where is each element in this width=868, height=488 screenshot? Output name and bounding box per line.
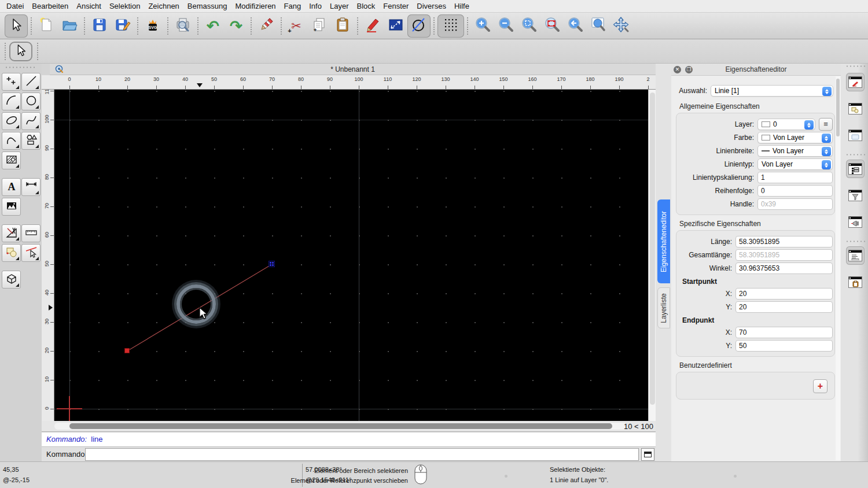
menu-item-info[interactable]: Info — [305, 0, 326, 13]
angle-input[interactable]: 30.96375653 — [735, 263, 833, 274]
hatch-tool-button[interactable] — [2, 151, 21, 169]
block-list-dock-button[interactable] — [846, 99, 865, 118]
start-y-input[interactable]: 20 — [735, 301, 833, 313]
drawing-canvas[interactable] — [54, 90, 648, 421]
shapes-icon — [25, 134, 38, 149]
zoom-window-button[interactable] — [587, 14, 610, 38]
zoom-previous-button[interactable] — [564, 14, 587, 38]
menu-item-block[interactable]: Block — [352, 0, 379, 13]
property-editor-dock-button[interactable] — [846, 160, 865, 178]
dock-handle[interactable] — [5, 66, 37, 68]
dimension-tool-button[interactable] — [21, 178, 41, 196]
restrict-off-button[interactable] — [407, 14, 431, 38]
circle-tool-button[interactable] — [21, 93, 41, 110]
command-dock-toggle-button[interactable] — [641, 448, 654, 461]
layer-menu-button[interactable]: ≡ — [819, 118, 833, 131]
zoom-in-button[interactable] — [471, 14, 494, 38]
linetype-row: Linientyp: Von Layer — [682, 158, 829, 171]
redo-button[interactable]: ↷ — [225, 14, 248, 38]
menu-item-hilfe[interactable]: Hilfe — [450, 0, 473, 13]
print-preview-button[interactable] — [171, 14, 194, 38]
linetypescale-input[interactable]: 1 — [757, 172, 833, 183]
open-file-button[interactable] — [58, 14, 81, 38]
menu-item-modifizieren[interactable]: Modifizieren — [231, 0, 280, 13]
modify-tool-button[interactable] — [21, 244, 41, 262]
undo-button[interactable]: ↶ — [201, 14, 225, 38]
menu-item-datei[interactable]: Datei — [2, 0, 28, 13]
linewidth-dropdown[interactable]: Von Layer — [757, 145, 833, 157]
menu-item-selektion[interactable]: Selektion — [105, 0, 144, 13]
pan-button[interactable] — [610, 14, 633, 38]
svg-export-button[interactable]: SVG — [141, 14, 164, 38]
zoom-auto-button[interactable] — [517, 14, 540, 38]
delete-eraser-button[interactable] — [255, 14, 278, 38]
block-tool-button[interactable] — [2, 244, 21, 262]
snap-grid-button[interactable] — [437, 14, 464, 38]
tab-eigenschafteneditor[interactable]: Eigenschafteneditor — [657, 199, 670, 283]
start-x-input[interactable]: 20 — [735, 288, 833, 300]
drawing-preferences-dock-button[interactable] — [846, 73, 865, 91]
color-dropdown[interactable]: Von Layer — [757, 132, 833, 143]
tab-layerliste[interactable]: Layerliste — [657, 287, 670, 328]
arc-tool-button[interactable] — [2, 93, 21, 110]
menu-item-fenster[interactable]: Fenster — [379, 0, 413, 13]
copy-button[interactable]: + — [308, 14, 331, 38]
library-browser-dock-button[interactable] — [846, 126, 865, 145]
end-point-handle[interactable] — [269, 261, 275, 267]
menu-item-ansicht[interactable]: Ansicht — [72, 0, 105, 13]
end-y-input[interactable]: 50 — [735, 340, 833, 352]
restrict-orthogonal-button[interactable] — [384, 14, 407, 38]
layer-dropdown[interactable]: 0 — [757, 119, 815, 130]
viewport-dock-button[interactable] — [846, 213, 865, 231]
polyline-tool-button[interactable] — [2, 132, 21, 150]
vertical-scrollbar-thumb[interactable] — [650, 93, 655, 405]
length-input[interactable]: 58.30951895 — [735, 236, 833, 247]
horizontal-scrollbar-thumb[interactable] — [69, 423, 612, 429]
add-custom-property-button[interactable]: + — [813, 379, 827, 393]
line-tool-button[interactable] — [21, 73, 41, 91]
selection-dropdown[interactable]: Linie [1] — [711, 85, 833, 97]
restrict-orthogonal-icon — [388, 17, 404, 35]
save-file-button[interactable] — [88, 14, 111, 38]
panel-scrollbar[interactable] — [836, 76, 840, 460]
image-tool-button[interactable] — [2, 198, 21, 216]
start-point-handle[interactable] — [124, 348, 130, 353]
line-entity[interactable] — [54, 90, 648, 421]
end-x-row: X: 70 — [682, 326, 829, 339]
cut-button[interactable]: ✂+ — [285, 14, 308, 38]
pointer-tool-button[interactable] — [5, 14, 28, 38]
measure-tool-button[interactable] — [2, 224, 21, 242]
vertical-scrollbar[interactable] — [648, 90, 656, 421]
command-input[interactable] — [85, 448, 639, 461]
selection-filter-dock-button[interactable] — [846, 186, 865, 205]
paste-button[interactable] — [331, 14, 354, 38]
ellipse-tool-button[interactable] — [2, 112, 21, 130]
text-tool-button[interactable]: A — [2, 178, 21, 196]
menu-item-zeichnen[interactable]: Zeichnen — [144, 0, 183, 13]
menu-item-layer[interactable]: Layer — [326, 0, 353, 13]
dock-handle[interactable] — [845, 65, 865, 67]
points-tool-button[interactable] — [2, 73, 21, 91]
ruler-tool-button[interactable] — [21, 224, 41, 242]
end-x-input[interactable]: 70 — [735, 327, 833, 338]
menu-item-bemassung[interactable]: Bemassung — [183, 0, 231, 13]
start-y-label: Y: — [682, 303, 732, 311]
new-document-button[interactable] — [35, 14, 58, 38]
menu-item-fang[interactable]: Fang — [280, 0, 306, 13]
clipboard-viewer-dock-button[interactable] — [846, 273, 865, 291]
toolbar-separator — [251, 17, 252, 35]
edit-pencil-button[interactable] — [361, 14, 384, 38]
command-history-dock-button[interactable] — [846, 246, 865, 265]
linetype-dropdown[interactable]: Von Layer — [757, 158, 833, 170]
order-input[interactable]: 0 — [757, 185, 833, 197]
save-as-button[interactable] — [111, 14, 134, 38]
spline-tool-button[interactable] — [21, 112, 41, 130]
box3d-tool-button[interactable] — [2, 271, 21, 289]
menu-item-bearbeiten[interactable]: Bearbeiten — [28, 0, 72, 13]
zoom-selection-button[interactable] — [540, 14, 564, 38]
zoom-out-button[interactable] — [494, 14, 517, 38]
selection-pointer-button[interactable] — [9, 42, 32, 61]
handle-input: 0x39 — [757, 198, 833, 210]
shapes-tool-button[interactable] — [21, 132, 41, 150]
menu-item-diverses[interactable]: Diverses — [413, 0, 450, 13]
